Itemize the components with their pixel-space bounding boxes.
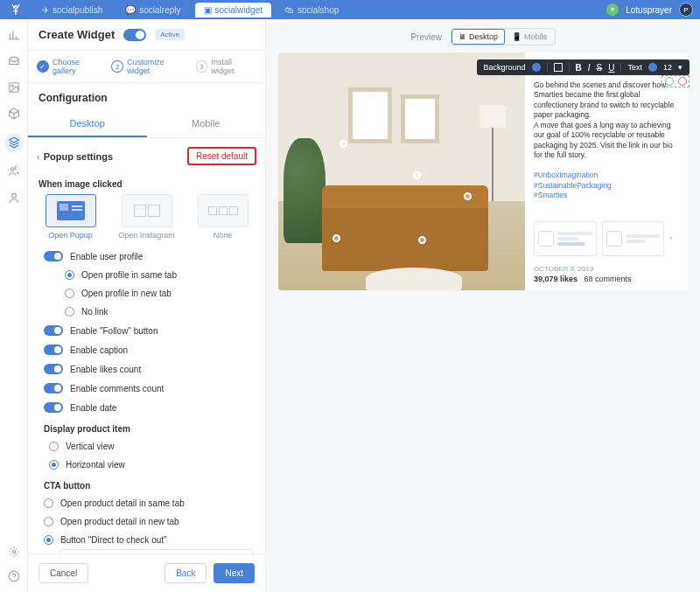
svg-point-1 bbox=[11, 85, 13, 87]
radio-vertical-view[interactable] bbox=[49, 442, 59, 451]
chevron-left-icon[interactable]: ‹ bbox=[37, 151, 40, 162]
config-panel: Create Widget Active ✓Choose gallery 2Cu… bbox=[28, 19, 266, 592]
svg-point-3 bbox=[11, 193, 16, 198]
product-thumb[interactable] bbox=[534, 221, 597, 256]
side-nav bbox=[0, 19, 28, 592]
analytics-icon[interactable] bbox=[7, 28, 21, 42]
post-info-panel: gelatofactoryvn Follow Go behind the sce… bbox=[525, 52, 688, 290]
option-open-popup[interactable]: Open Popup bbox=[37, 194, 104, 240]
post-date: OCTOBER 8, 2019 bbox=[534, 265, 679, 273]
toggle-comments[interactable] bbox=[44, 383, 63, 394]
svg-point-4 bbox=[12, 550, 16, 554]
radio-cta-checkout[interactable] bbox=[44, 535, 53, 545]
tab-desktop[interactable]: Desktop bbox=[28, 111, 147, 137]
person-icon[interactable] bbox=[7, 191, 21, 205]
cta-button-label: CTA button bbox=[37, 474, 256, 494]
settings-icon[interactable] bbox=[7, 545, 21, 559]
wizard-steps: ✓Choose gallery 2Customize widget 3Insta… bbox=[28, 51, 265, 83]
toggle-caption[interactable] bbox=[44, 345, 63, 355]
hotspot-icon[interactable] bbox=[413, 171, 421, 179]
mobile-icon: 📱 bbox=[512, 32, 522, 41]
user-avatar[interactable]: P bbox=[679, 3, 693, 17]
italic-icon[interactable]: I bbox=[588, 63, 591, 73]
selection-handles[interactable] bbox=[662, 75, 690, 87]
chevron-right-icon[interactable]: › bbox=[669, 233, 679, 244]
handle-accept-icon[interactable] bbox=[665, 77, 674, 86]
product-thumb[interactable] bbox=[602, 221, 665, 256]
radio-no-link[interactable] bbox=[65, 307, 74, 317]
hotspot-icon[interactable] bbox=[332, 234, 340, 242]
paper-plane-icon: ✈ bbox=[42, 5, 49, 15]
popup-settings-title: Popup settings bbox=[44, 151, 113, 162]
tab-socialreply[interactable]: 💬socialreply bbox=[116, 3, 189, 17]
toggle-likes[interactable] bbox=[44, 364, 63, 374]
reset-default-button[interactable]: Reset default bbox=[187, 147, 256, 165]
bold-icon[interactable]: B bbox=[576, 63, 582, 73]
chat-icon: 💬 bbox=[125, 5, 136, 15]
bg-color-swatch[interactable] bbox=[532, 63, 541, 72]
tab-socialshop[interactable]: 🛍socialshop bbox=[276, 3, 347, 17]
page-title: Create Widget bbox=[38, 28, 115, 41]
preview-mobile-button[interactable]: 📱Mobile bbox=[505, 29, 555, 45]
tab-mobile[interactable]: Mobile bbox=[147, 111, 266, 137]
strike-icon[interactable]: S bbox=[597, 63, 603, 73]
format-toolbar[interactable]: Background B I S U Text 12▾ bbox=[477, 59, 690, 75]
active-badge: Active bbox=[155, 29, 185, 40]
option-none[interactable]: None bbox=[189, 194, 256, 240]
preview-pane: Preview 🖥Desktop 📱Mobile Background B I … bbox=[266, 19, 700, 592]
help-icon[interactable] bbox=[7, 569, 21, 583]
border-icon[interactable] bbox=[554, 63, 563, 72]
configuration-title: Configuration bbox=[28, 83, 265, 111]
toggle-follow-button[interactable] bbox=[44, 325, 63, 336]
preview-device-switch: 🖥Desktop 📱Mobile bbox=[451, 28, 556, 45]
next-button[interactable]: Next bbox=[214, 563, 255, 583]
image-icon[interactable] bbox=[7, 80, 21, 94]
preview-label: Preview bbox=[410, 32, 442, 42]
chevron-down-icon[interactable]: ▾ bbox=[678, 63, 682, 72]
package-icon[interactable] bbox=[7, 107, 21, 121]
user-name[interactable]: Lotusprayer bbox=[626, 5, 672, 15]
users-icon[interactable] bbox=[7, 164, 21, 178]
radio-cta-new-tab[interactable] bbox=[44, 517, 53, 526]
desktop-icon: 🖥 bbox=[458, 32, 466, 41]
step-choose-gallery[interactable]: ✓Choose gallery bbox=[37, 58, 104, 75]
preview-desktop-button[interactable]: 🖥Desktop bbox=[452, 29, 505, 45]
post-image[interactable] bbox=[278, 52, 530, 290]
bag-icon: 🛍 bbox=[285, 5, 294, 15]
hotspot-icon[interactable] bbox=[340, 140, 347, 148]
tab-socialwidget[interactable]: ▣socialwidget bbox=[195, 3, 271, 17]
hotspot-icon[interactable] bbox=[464, 192, 472, 200]
brand-logo[interactable] bbox=[7, 1, 24, 18]
inbox-icon[interactable] bbox=[7, 54, 21, 68]
toggle-user-profile[interactable] bbox=[44, 251, 63, 261]
toggle-date[interactable] bbox=[44, 402, 63, 413]
top-nav: ✈socialpublish 💬socialreply ▣socialwidge… bbox=[0, 0, 700, 19]
post-caption: Go behind the scenes and discover how Sm… bbox=[534, 80, 679, 201]
status-icon bbox=[606, 3, 619, 16]
preview-canvas: gelatofactoryvn Follow Go behind the sce… bbox=[278, 52, 688, 290]
radio-profile-same-tab[interactable] bbox=[65, 270, 74, 280]
option-open-instagram[interactable]: Open Instagram bbox=[113, 194, 180, 240]
layers-icon[interactable] bbox=[4, 133, 24, 152]
svg-point-2 bbox=[10, 168, 14, 171]
product-thumbnails: › bbox=[534, 216, 679, 261]
widget-icon: ▣ bbox=[204, 5, 212, 15]
underline-icon[interactable]: U bbox=[608, 63, 614, 73]
text-color-swatch[interactable] bbox=[648, 63, 657, 72]
handle-reject-icon[interactable] bbox=[678, 77, 687, 86]
display-product-item-label: Display product item bbox=[37, 417, 256, 437]
when-clicked-label: When image clicked bbox=[38, 179, 255, 189]
step-install-widget[interactable]: 3Install widget bbox=[196, 58, 256, 75]
widget-enabled-toggle[interactable] bbox=[123, 29, 146, 41]
tab-socialpublish[interactable]: ✈socialpublish bbox=[33, 3, 111, 17]
radio-profile-new-tab[interactable] bbox=[65, 289, 74, 298]
hotspot-icon[interactable] bbox=[418, 236, 426, 244]
radio-horizontal-view[interactable] bbox=[49, 460, 59, 470]
radio-cta-same-tab[interactable] bbox=[44, 498, 53, 508]
back-button[interactable]: Back bbox=[164, 563, 206, 583]
step-customize-widget[interactable]: 2Customize widget bbox=[111, 58, 188, 75]
cancel-button[interactable]: Cancel bbox=[38, 563, 88, 583]
post-stats: 39,079 likes 68 comments bbox=[534, 275, 679, 283]
